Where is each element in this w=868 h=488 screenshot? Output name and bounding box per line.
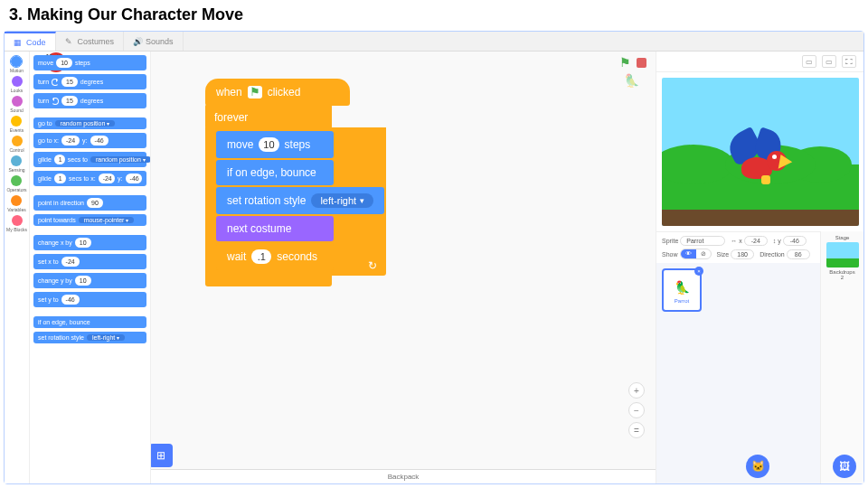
backdrops-count: 2 [821, 275, 863, 280]
script-wait[interactable]: wait.1seconds [216, 243, 334, 270]
tab-sounds-label: Sounds [146, 37, 174, 46]
zoom-in-button[interactable]: + [628, 382, 645, 399]
workspace[interactable]: ⚑ 🦜 when⚑clicked forever move10steps if … [151, 52, 656, 483]
category-events[interactable]: Events [10, 115, 24, 134]
scratch-editor: ▦Code ✎Costumes 🔊Sounds MotionLooksSound… [4, 31, 864, 484]
page-title: 3. Making Our Character Move [0, 0, 868, 30]
sprite-thumb: 🦜 [669, 277, 694, 298]
category-operators[interactable]: Operators [6, 174, 26, 193]
block-forever[interactable]: forever [205, 104, 332, 129]
sprite-x-input[interactable]: -24 [744, 236, 768, 246]
forever-body: move10steps if on edge, bounce set rotat… [205, 127, 386, 276]
category-list: MotionLooksSoundEventsControlSensingOper… [5, 52, 30, 483]
category-sensing[interactable]: Sensing [8, 155, 24, 174]
block-change-y[interactable]: change y by10 [33, 273, 146, 288]
sprite-direction-input[interactable]: 86 [787, 249, 810, 259]
zoom-controls: + − = [628, 382, 645, 438]
add-backdrop-button[interactable]: 🖼 [833, 455, 856, 478]
sprite-size-input[interactable]: 180 [731, 249, 754, 259]
sprite-show-label: Show [662, 251, 678, 258]
sprite-name-input[interactable]: Parrot [680, 236, 725, 246]
delete-sprite-icon[interactable]: × [694, 267, 703, 276]
stage-ground [662, 210, 859, 226]
turn-cw-icon [52, 79, 59, 86]
right-panel: ▭ ▭ ⛶ SpriteParrot ↔x-24 ↕y-46 Show👁⊘ Si… [656, 52, 863, 483]
block-glide-xy[interactable]: glide1secs to x:-24y:-46 [33, 171, 146, 186]
block-turn-ccw[interactable]: turn15degrees [33, 93, 146, 108]
script-rotation-style[interactable]: set rotation styleleft-right [216, 187, 384, 214]
tab-costumes-label: Costumes [78, 37, 115, 46]
forever-foot [205, 274, 332, 286]
script-move[interactable]: move10steps [216, 131, 334, 158]
tab-sounds[interactable]: 🔊Sounds [124, 32, 184, 51]
sprite-list: × 🦜 Parrot 🐱 [656, 263, 820, 483]
sprite-visibility-toggle[interactable]: 👁⊘ [680, 249, 712, 259]
block-point-direction[interactable]: point in direction90 [33, 195, 146, 211]
flag-icon: ⚑ [248, 86, 262, 99]
sprite-card-label: Parrot [675, 298, 689, 304]
block-palette: Motion move10steps turn15degrees turn15d… [30, 52, 151, 483]
workspace-sprite-watermark: 🦜 [624, 73, 639, 88]
block-edge-bounce[interactable]: if on edge, bounce [33, 316, 146, 328]
stage-selector[interactable]: Stage Backdrops 2 🖼 [820, 231, 863, 483]
costumes-icon: ✎ [65, 37, 74, 46]
script-edge-bounce[interactable]: if on edge, bounce [216, 160, 334, 185]
sprite-card-parrot[interactable]: × 🦜 Parrot [662, 268, 702, 312]
code-icon: ▦ [14, 38, 23, 47]
block-change-x[interactable]: change x by10 [33, 235, 146, 250]
block-rotation-style[interactable]: set rotation styleleft-right [33, 332, 146, 343]
zoom-reset-button[interactable]: = [628, 422, 645, 438]
block-set-y[interactable]: set y to-46 [33, 292, 146, 307]
zoom-out-button[interactable]: − [628, 402, 645, 418]
block-when-flag-clicked[interactable]: when⚑clicked [205, 79, 350, 106]
sounds-icon: 🔊 [133, 37, 142, 46]
block-goto[interactable]: go torandom position [33, 117, 146, 129]
editor-tabs: ▦Code ✎Costumes 🔊Sounds [5, 32, 863, 52]
turn-ccw-icon [52, 98, 59, 105]
stage-parrot-sprite[interactable] [725, 130, 797, 193]
stage[interactable] [662, 78, 859, 226]
stage-thumbnail[interactable] [826, 242, 859, 267]
sprite-name-label: Sprite [662, 238, 678, 244]
sprite-y-input[interactable]: -46 [783, 236, 807, 246]
editor-main: MotionLooksSoundEventsControlSensingOper… [5, 52, 863, 483]
stop-button[interactable] [637, 58, 646, 68]
category-variables[interactable]: Variables [7, 194, 25, 213]
backpack-bar[interactable]: Backpack [151, 469, 656, 483]
tab-code-label: Code [26, 38, 46, 47]
category-looks[interactable]: Looks [11, 75, 23, 94]
category-sound[interactable]: Sound [10, 95, 23, 114]
green-flag-button[interactable]: ⚑ [619, 55, 631, 70]
block-glide[interactable]: glide1secs torandom position [33, 152, 146, 167]
stage-size-controls: ▭ ▭ ⛶ [656, 52, 863, 72]
block-goto-xy[interactable]: go to x:-24y:-46 [33, 133, 146, 148]
sprite-direction-label: Direction [760, 251, 785, 258]
add-extension-button[interactable]: ⊞ [151, 444, 173, 467]
block-turn-cw[interactable]: turn15degrees [33, 74, 146, 89]
block-point-towards[interactable]: point towardsmouse-pointer [33, 214, 146, 226]
tab-costumes[interactable]: ✎Costumes [56, 32, 125, 51]
stage-fullscreen-button[interactable]: ⛶ [842, 55, 856, 68]
category-motion[interactable]: Motion [10, 55, 24, 74]
stage-small-button[interactable]: ▭ [802, 55, 816, 68]
script-stack[interactable]: when⚑clicked forever move10steps if on e… [205, 79, 386, 286]
sprite-size-label: Size [717, 251, 730, 258]
category-my-blocks[interactable]: My Blocks [6, 214, 27, 233]
stage-large-button[interactable]: ▭ [822, 55, 836, 68]
category-control[interactable]: Control [9, 135, 24, 154]
script-next-costume[interactable]: next costume [216, 216, 334, 241]
stage-selector-title: Stage [821, 235, 863, 240]
block-set-x[interactable]: set x to-24 [33, 254, 146, 269]
sprite-info-panel: SpriteParrot ↔x-24 ↕y-46 Show👁⊘ Size180 … [656, 231, 820, 263]
add-sprite-button[interactable]: 🐱 [746, 455, 769, 478]
block-move-steps[interactable]: move10steps [33, 55, 146, 70]
run-controls: ⚑ [619, 55, 646, 70]
tab-code[interactable]: ▦Code [5, 32, 56, 51]
